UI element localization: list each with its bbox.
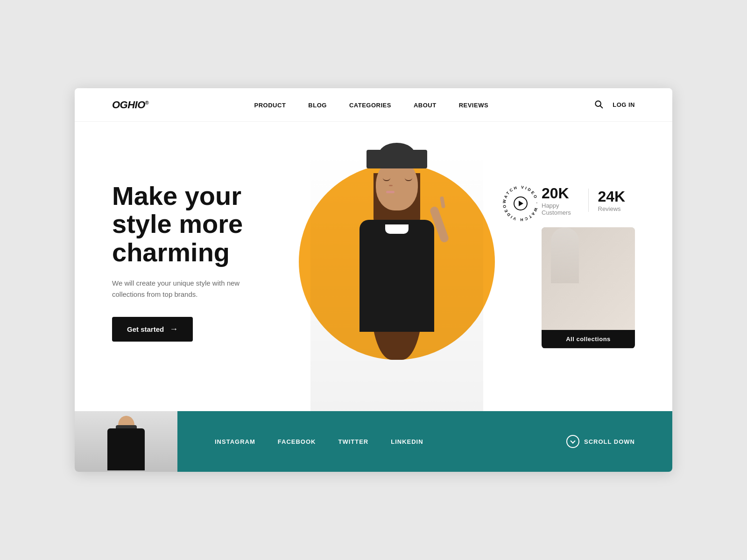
stat-customers-label: Happy Customers bbox=[542, 202, 579, 216]
hero-subtext: We will create your unique style with ne… bbox=[112, 278, 261, 300]
nav-right: LOG IN bbox=[594, 99, 635, 111]
stat-divider bbox=[588, 189, 589, 212]
stat-reviews: 24K Reviews bbox=[598, 188, 635, 212]
play-button[interactable] bbox=[514, 196, 528, 210]
scroll-down-button[interactable]: SCROLL DOWN bbox=[566, 435, 635, 448]
social-instagram[interactable]: INSTAGRAM bbox=[215, 437, 255, 446]
svg-point-0 bbox=[596, 101, 601, 106]
social-facebook[interactable]: FACEBOOK bbox=[278, 437, 316, 446]
stat-customers-num: 20K bbox=[542, 185, 579, 202]
login-button[interactable]: LOG IN bbox=[613, 101, 635, 108]
model-figure bbox=[327, 159, 467, 411]
model-hat bbox=[366, 150, 427, 168]
hero-section: Make your style more charming We will cr… bbox=[75, 122, 672, 411]
watch-circle: WATCH VIDEO · WATCH VIDEO · bbox=[500, 182, 542, 224]
stats-row: 20K Happy Customers 24K Reviews bbox=[542, 185, 635, 216]
nav-item-reviews[interactable]: REVIEWS bbox=[459, 101, 488, 109]
collection-image bbox=[542, 227, 635, 330]
scroll-circle-icon bbox=[566, 435, 579, 448]
collection-label: All collections bbox=[542, 330, 635, 348]
arrow-right-icon: → bbox=[169, 324, 178, 334]
stat-customers: 20K Happy Customers bbox=[542, 185, 579, 216]
nav-item-categories[interactable]: CATEGORIES bbox=[349, 101, 391, 109]
footer-banner: INSTAGRAM FACEBOOK TWITTER LINKEDIN SCRO… bbox=[75, 411, 672, 472]
stat-reviews-num: 24K bbox=[598, 188, 635, 205]
stat-reviews-label: Reviews bbox=[598, 205, 635, 212]
navbar: OGHIO® PRODUCT BLOG CATEGORIES ABOUT REV… bbox=[75, 88, 672, 122]
hero-right: 20K Happy Customers 24K Reviews bbox=[532, 185, 635, 367]
svg-line-1 bbox=[600, 106, 602, 108]
social-links: INSTAGRAM FACEBOOK TWITTER LINKEDIN bbox=[215, 437, 423, 446]
chevron-down-icon bbox=[570, 438, 575, 443]
search-icon[interactable] bbox=[594, 99, 603, 111]
footer-body bbox=[107, 428, 145, 470]
footer-teal-bar: INSTAGRAM FACEBOOK TWITTER LINKEDIN SCRO… bbox=[177, 411, 672, 472]
footer-figure bbox=[107, 416, 145, 470]
social-linkedin[interactable]: LINKEDIN bbox=[391, 437, 423, 446]
hero-headline: Make your style more charming bbox=[112, 182, 261, 266]
footer-model-figure bbox=[75, 411, 177, 472]
nav-item-blog[interactable]: BLOG bbox=[308, 101, 327, 109]
nav-item-about[interactable]: ABOUT bbox=[414, 101, 437, 109]
hero-model-image bbox=[310, 150, 483, 411]
brand-logo[interactable]: OGHIO® bbox=[112, 99, 148, 111]
browser-frame: OGHIO® PRODUCT BLOG CATEGORIES ABOUT REV… bbox=[75, 88, 672, 472]
watch-video-badge[interactable]: WATCH VIDEO · WATCH VIDEO · bbox=[500, 182, 542, 224]
scroll-label: SCROLL DOWN bbox=[584, 438, 635, 445]
social-twitter[interactable]: TWITTER bbox=[338, 437, 368, 446]
model-head bbox=[376, 159, 418, 210]
nav-links: PRODUCT BLOG CATEGORIES ABOUT REVIEWS bbox=[254, 101, 489, 109]
get-started-button[interactable]: Get started → bbox=[112, 317, 193, 342]
nav-item-product[interactable]: PRODUCT bbox=[254, 101, 286, 109]
hero-center: WATCH VIDEO · WATCH VIDEO · bbox=[261, 140, 532, 411]
hero-text: Make your style more charming We will cr… bbox=[112, 182, 261, 370]
play-icon bbox=[519, 201, 523, 206]
footer-model-image bbox=[75, 411, 177, 472]
collection-card[interactable]: All collections bbox=[542, 227, 635, 349]
